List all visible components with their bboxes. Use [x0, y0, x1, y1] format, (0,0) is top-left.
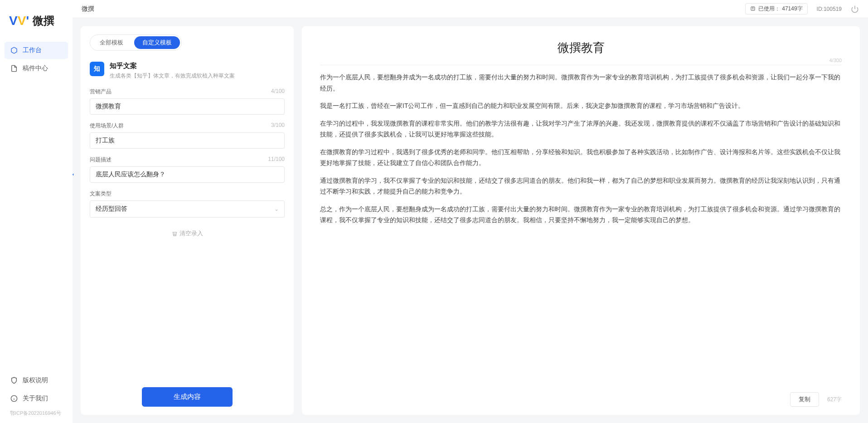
topbar: 微撰 已使用： 47149字 ID:100519	[73, 0, 868, 18]
trash-icon	[172, 231, 178, 237]
output-paragraph: 总之，作为一个底层人民，要想翻身成为一名成功的打工族，需要付出大量的努力和时间。…	[320, 204, 842, 226]
icp-footer: 鄂ICP备2022016946号	[5, 408, 68, 418]
power-icon[interactable]	[851, 5, 859, 13]
type-select[interactable]: 经历型回答 ⌄	[90, 200, 285, 218]
logo-text: 微撰	[33, 14, 54, 28]
topbar-right: 已使用： 47149字 ID:100519	[745, 3, 859, 15]
main: 微撰 已使用： 47149字 ID:100519 全部模板	[73, 0, 868, 423]
nav-item-drafts[interactable]: 稿件中心	[5, 60, 68, 77]
template-card: 知 知乎文案 生成各类【知乎】体文章，有效完成软植入种草文案	[90, 59, 285, 88]
output-paragraph: 作为一个底层人民，要想翻身并成为一名成功的打工族，需要付出大量的努力和时间。微撰…	[320, 72, 842, 94]
field-product: 营销产品 4/100	[90, 88, 285, 115]
output-body: 作为一个底层人民，要想翻身并成为一名成功的打工族，需要付出大量的努力和时间。微撰…	[320, 72, 842, 388]
chevron-down-icon: ⌄	[274, 206, 279, 212]
zhihu-icon: 知	[90, 62, 104, 76]
template-info: 知乎文案 生成各类【知乎】体文章，有效完成软植入种草文案	[110, 62, 235, 80]
field-question: 问题描述 11/100	[90, 156, 285, 183]
output-title-counter: 4/300	[320, 58, 842, 65]
select-value: 经历型回答	[96, 205, 127, 213]
nav-bottom: 版权说明 关于我们 鄂ICP备2022016946号	[0, 372, 73, 423]
nav-label: 关于我们	[23, 394, 48, 403]
nav: 工作台 稿件中心	[0, 42, 73, 372]
document-icon	[10, 64, 18, 73]
generate-button[interactable]: 生成内容	[142, 387, 233, 407]
clear-button[interactable]: 清空录入	[90, 225, 285, 242]
field-label: 问题描述	[90, 156, 112, 164]
clear-label: 清空录入	[179, 229, 203, 238]
tab-custom-templates[interactable]: 自定义模板	[134, 36, 180, 49]
field-counter: 3/100	[271, 122, 285, 130]
nav-label: 工作台	[23, 46, 42, 54]
nav-item-copyright[interactable]: 版权说明	[5, 372, 68, 389]
template-tabs: 全部模板 自定义模板	[90, 34, 182, 51]
content: 全部模板 自定义模板 知 知乎文案 生成各类【知乎】体文章，有效完成软植入种草文…	[73, 18, 868, 423]
product-input[interactable]	[90, 98, 285, 115]
output-title: 微撰教育	[320, 40, 842, 56]
shield-icon	[10, 376, 18, 384]
template-title: 知乎文案	[110, 62, 235, 70]
user-id: ID:100519	[817, 6, 842, 12]
nav-label: 稿件中心	[23, 64, 48, 73]
sidebar: VV' 微撰 工作台 稿件中心 版权说明	[0, 0, 73, 423]
field-counter: 4/100	[271, 88, 285, 96]
sidebar-collapse-handle[interactable]	[70, 170, 76, 179]
field-label: 文案类型	[90, 190, 112, 198]
question-input[interactable]	[90, 166, 285, 183]
logo-mark: VV'	[9, 14, 29, 28]
field-type: 文案类型 经历型回答 ⌄	[90, 190, 285, 218]
field-label: 营销产品	[90, 88, 112, 96]
form-panel: 全部模板 自定义模板 知 知乎文案 生成各类【知乎】体文章，有效完成软植入种草文…	[81, 26, 294, 415]
usage-badge[interactable]: 已使用： 47149字	[745, 3, 807, 15]
output-paragraph: 我是一名打工族，曾经在一家IT公司工作，但一直感到自己的能力和职业发展空间有限。…	[320, 100, 842, 112]
copy-button[interactable]: 复制	[790, 392, 819, 407]
char-count: 627字	[827, 396, 842, 404]
nav-item-workspace[interactable]: 工作台	[5, 42, 68, 59]
tab-all-templates[interactable]: 全部模板	[92, 36, 131, 49]
info-icon	[10, 394, 18, 403]
output-paragraph: 通过微撰教育的学习，我不仅掌握了专业的知识和技能，还结交了很多志同道合的朋友。他…	[320, 175, 842, 197]
field-scene: 使用场景/人群 3/100	[90, 122, 285, 149]
nav-item-about[interactable]: 关于我们	[5, 390, 68, 407]
usage-value: 47149字	[782, 5, 802, 13]
output-panel: 微撰教育 4/300 作为一个底层人民，要想翻身并成为一名成功的打工族，需要付出…	[302, 26, 860, 415]
page-title: 微撰	[82, 5, 94, 13]
cube-icon	[10, 46, 18, 54]
field-label: 使用场景/人群	[90, 122, 124, 130]
field-counter: 11/100	[268, 156, 285, 164]
usage-label: 已使用：	[758, 5, 780, 13]
output-paragraph: 在学习的过程中，我发现微撰教育的课程非常实用。他们的教学方法很有趣，让我对学习产…	[320, 118, 842, 140]
scene-input[interactable]	[90, 132, 285, 149]
output-footer: 复制 627字	[320, 388, 842, 407]
nav-label: 版权说明	[23, 376, 48, 384]
template-desc: 生成各类【知乎】体文章，有效完成软植入种草文案	[110, 72, 235, 80]
logo: VV' 微撰	[0, 9, 73, 42]
text-icon	[750, 6, 756, 12]
output-paragraph: 在微撰教育的学习过程中，我遇到了很多优秀的老师和同学。他们互相帮助，分享经验和知…	[320, 146, 842, 169]
